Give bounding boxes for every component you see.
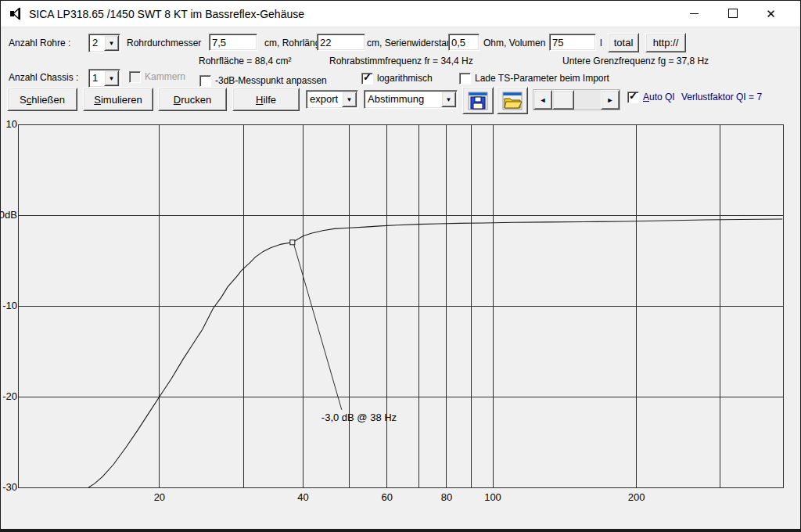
maximize-button[interactable] <box>714 1 751 26</box>
minimize-icon <box>690 13 699 14</box>
logarithmisch-label: logarithmisch <box>377 73 433 84</box>
schliessen-button[interactable]: Schließen <box>7 88 77 111</box>
scrollbar-thumb[interactable] <box>552 90 574 110</box>
serienwiderstand-label: cm, Serienwiderstand <box>367 38 457 49</box>
qi-scrollbar[interactable]: ◄ ► <box>533 89 620 110</box>
open-file-button[interactable] <box>497 87 528 114</box>
close-button[interactable]: ✕ <box>753 1 789 26</box>
verlustfaktor-label: Verlustfaktor QI = 7 <box>681 92 762 102</box>
anzahl-rohre-value: 2 <box>92 37 98 49</box>
chevron-down-icon[interactable]: ▼ <box>342 92 357 107</box>
svg-text:-30: -30 <box>2 481 17 493</box>
anzahl-chassis-label: Anzahl Chassis : <box>9 72 78 83</box>
svg-text:100: 100 <box>484 491 501 503</box>
svg-text:80: 80 <box>441 491 452 503</box>
rohrdurchmesser-input[interactable] <box>209 34 257 51</box>
anzahl-chassis-select[interactable]: 1 ▼ <box>88 69 120 88</box>
untere-grenzfrequenz-value: Untere Grenzfrequenz fg = 37,8 Hz <box>562 56 709 66</box>
save-button[interactable] <box>462 87 494 114</box>
messpunkt-checkbox[interactable] <box>199 75 211 87</box>
svg-text:60: 60 <box>382 491 393 503</box>
arrow-right-icon[interactable]: ► <box>601 90 620 110</box>
serienwiderstand-input[interactable] <box>448 34 480 51</box>
volumen-unit-label: l <box>600 38 602 49</box>
app-window: SICA LP318.65 /1450 SWT 8 KT im Bassrefl… <box>0 0 801 532</box>
svg-text:-10: -10 <box>2 300 17 311</box>
svg-text:0dB: 0dB <box>1 209 17 221</box>
messpunkt-label: -3dB-Messpunkt anpassen <box>215 75 327 86</box>
abstimmung-select-value: Abstimmung <box>368 93 424 105</box>
minimize-button[interactable] <box>676 1 713 26</box>
window-title: SICA LP318.65 /1450 SWT 8 KT im Bassrefl… <box>29 8 304 20</box>
maximize-icon <box>728 9 738 18</box>
export-select-value: export <box>310 93 338 105</box>
drucken-button[interactable]: Drucken <box>158 88 227 111</box>
speaker-app-icon <box>9 7 23 20</box>
auto-qi-label: Auto QI <box>643 92 675 102</box>
frequency-response-chart: 100dB-10-20-3020406080100200-3,0 dB @ 38… <box>1 114 801 529</box>
anzahl-rohre-select[interactable]: 2 ▼ <box>88 34 120 52</box>
anzahl-rohre-label: Anzahl Rohre : <box>9 38 70 49</box>
svg-text:-20: -20 <box>2 390 17 402</box>
volumen-input[interactable] <box>549 34 596 51</box>
rohrflaeche-value: Rohrfläche = 88,4 cm² <box>199 56 291 66</box>
chevron-down-icon[interactable]: ▼ <box>104 70 119 86</box>
rohrdurchmesser-label: Rohrdurchmesser <box>127 38 201 49</box>
rohrlaenge-input[interactable] <box>317 34 365 51</box>
hilfe-button[interactable]: Hilfe <box>232 88 300 111</box>
kammern-label: Kammern <box>145 71 185 82</box>
simulieren-button[interactable]: Simulieren <box>83 88 153 111</box>
chevron-down-icon[interactable]: ▼ <box>441 92 456 107</box>
total-button[interactable]: total <box>608 33 639 52</box>
export-select[interactable]: export ▼ <box>306 90 358 109</box>
kammern-checkbox <box>129 71 141 83</box>
save-floppy-icon <box>468 92 488 110</box>
abstimmung-select[interactable]: Abstimmung ▼ <box>364 90 458 109</box>
volumen-label: Ohm, Volumen <box>483 38 545 49</box>
svg-text:40: 40 <box>297 491 308 503</box>
auto-qi-checkbox[interactable] <box>627 92 639 103</box>
close-icon: ✕ <box>766 8 776 20</box>
titlebar: SICA LP318.65 /1450 SWT 8 KT im Bassrefl… <box>1 1 800 27</box>
open-folder-icon <box>502 92 523 110</box>
svg-text:10: 10 <box>6 118 17 130</box>
svg-text:200: 200 <box>628 491 645 503</box>
rohrabstimmfrequenz-value: Rohrabstimmfrequenz fr = 34,4 Hz <box>329 56 473 66</box>
http-button[interactable]: http:// <box>645 33 686 52</box>
logarithmisch-checkbox[interactable] <box>361 73 373 84</box>
arrow-left-icon[interactable]: ◄ <box>533 90 552 110</box>
svg-text:20: 20 <box>154 491 165 503</box>
chevron-down-icon[interactable]: ▼ <box>104 35 119 51</box>
lade-ts-checkbox[interactable] <box>459 73 471 84</box>
svg-text:-3,0 dB @ 38 Hz: -3,0 dB @ 38 Hz <box>321 412 397 423</box>
anzahl-chassis-value: 1 <box>92 72 98 84</box>
lade-ts-label: Lade TS-Parameter beim Import <box>475 73 609 84</box>
